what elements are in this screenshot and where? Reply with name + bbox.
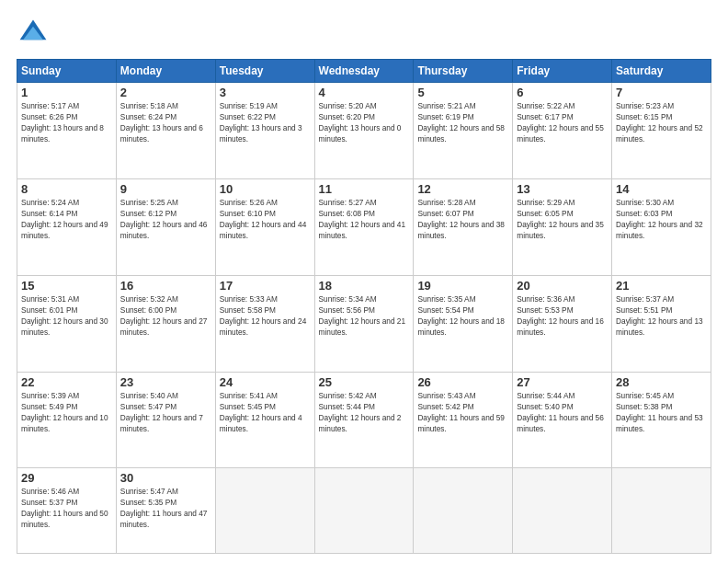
day-info: Sunrise: 5:24 AMSunset: 6:14 PMDaylight:… [21,198,108,240]
calendar-header-row: Sunday Monday Tuesday Wednesday Thursday… [17,60,711,83]
table-row: 19Sunrise: 5:35 AMSunset: 5:54 PMDayligh… [414,275,513,372]
day-info: Sunrise: 5:46 AMSunset: 5:37 PMDaylight:… [21,487,108,529]
day-number: 5 [417,86,508,99]
col-thursday: Thursday [414,60,513,83]
day-number: 3 [220,86,311,99]
page: Sunday Monday Tuesday Wednesday Thursday… [0,0,728,563]
table-row: 21Sunrise: 5:37 AMSunset: 5:51 PMDayligh… [612,275,711,372]
table-row: 14Sunrise: 5:30 AMSunset: 6:03 PMDayligh… [612,178,711,275]
day-number: 22 [21,375,112,389]
table-row: 28Sunrise: 5:45 AMSunset: 5:38 PMDayligh… [612,372,711,468]
day-number: 20 [517,279,608,293]
day-number: 21 [616,279,707,293]
day-info: Sunrise: 5:21 AMSunset: 6:19 PMDaylight:… [417,101,505,144]
table-row: 29Sunrise: 5:46 AMSunset: 5:37 PMDayligh… [17,468,117,554]
day-number: 25 [319,375,410,389]
day-number: 16 [120,279,211,293]
table-row: 18Sunrise: 5:34 AMSunset: 5:56 PMDayligh… [314,275,414,372]
table-row [414,468,513,554]
day-info: Sunrise: 5:32 AMSunset: 6:00 PMDaylight:… [120,294,208,337]
day-info: Sunrise: 5:30 AMSunset: 6:03 PMDaylight:… [616,198,703,240]
day-info: Sunrise: 5:29 AMSunset: 6:05 PMDaylight:… [517,198,604,240]
table-row: 13Sunrise: 5:29 AMSunset: 6:05 PMDayligh… [513,178,612,275]
day-number: 14 [616,182,707,196]
day-number: 11 [319,182,410,196]
day-info: Sunrise: 5:20 AMSunset: 6:20 PMDaylight:… [319,101,402,144]
table-row [215,468,314,554]
col-friday: Friday [513,60,612,83]
table-row: 26Sunrise: 5:43 AMSunset: 5:42 PMDayligh… [414,372,513,468]
col-sunday: Sunday [17,60,117,83]
table-row: 8Sunrise: 5:24 AMSunset: 6:14 PMDaylight… [17,178,117,275]
day-number: 7 [616,86,707,99]
table-row: 1Sunrise: 5:17 AMSunset: 6:26 PMDaylight… [17,83,117,179]
day-info: Sunrise: 5:28 AMSunset: 6:07 PMDaylight:… [417,198,505,240]
table-row: 11Sunrise: 5:27 AMSunset: 6:08 PMDayligh… [314,178,414,275]
day-number: 15 [21,279,112,293]
day-info: Sunrise: 5:17 AMSunset: 6:26 PMDaylight:… [21,101,104,144]
day-number: 30 [120,471,211,485]
day-number: 18 [319,279,410,293]
day-info: Sunrise: 5:45 AMSunset: 5:38 PMDaylight:… [616,391,703,433]
day-info: Sunrise: 5:39 AMSunset: 5:49 PMDaylight:… [21,391,108,433]
table-row: 15Sunrise: 5:31 AMSunset: 6:01 PMDayligh… [17,275,117,372]
table-row: 20Sunrise: 5:36 AMSunset: 5:53 PMDayligh… [513,275,612,372]
day-info: Sunrise: 5:18 AMSunset: 6:24 PMDaylight:… [120,101,203,144]
day-info: Sunrise: 5:34 AMSunset: 5:56 PMDaylight:… [319,294,406,337]
day-info: Sunrise: 5:19 AMSunset: 6:22 PMDaylight:… [220,101,302,144]
day-number: 8 [21,182,112,196]
table-row [314,468,414,554]
table-row: 27Sunrise: 5:44 AMSunset: 5:40 PMDayligh… [513,372,612,468]
table-row: 6Sunrise: 5:22 AMSunset: 6:17 PMDaylight… [513,83,612,179]
table-row: 9Sunrise: 5:25 AMSunset: 6:12 PMDaylight… [116,178,215,275]
col-monday: Monday [116,60,215,83]
col-saturday: Saturday [612,60,711,83]
table-row: 4Sunrise: 5:20 AMSunset: 6:20 PMDaylight… [314,83,414,179]
day-number: 9 [120,182,211,196]
day-info: Sunrise: 5:22 AMSunset: 6:17 PMDaylight:… [517,101,604,144]
day-info: Sunrise: 5:31 AMSunset: 6:01 PMDaylight:… [21,294,108,337]
table-row: 10Sunrise: 5:26 AMSunset: 6:10 PMDayligh… [215,178,314,275]
table-row: 24Sunrise: 5:41 AMSunset: 5:45 PMDayligh… [215,372,314,468]
day-number: 26 [417,375,508,389]
table-row: 12Sunrise: 5:28 AMSunset: 6:07 PMDayligh… [414,178,513,275]
day-info: Sunrise: 5:36 AMSunset: 5:53 PMDaylight:… [517,294,604,337]
day-number: 19 [417,279,508,293]
day-info: Sunrise: 5:42 AMSunset: 5:44 PMDaylight:… [319,391,402,433]
table-row: 23Sunrise: 5:40 AMSunset: 5:47 PMDayligh… [116,372,215,468]
day-info: Sunrise: 5:44 AMSunset: 5:40 PMDaylight:… [517,391,604,433]
day-info: Sunrise: 5:27 AMSunset: 6:08 PMDaylight:… [319,198,406,240]
day-number: 23 [120,375,211,389]
col-wednesday: Wednesday [314,60,414,83]
table-row [513,468,612,554]
day-number: 28 [616,375,707,389]
table-row: 25Sunrise: 5:42 AMSunset: 5:44 PMDayligh… [314,372,414,468]
day-number: 6 [517,86,608,99]
table-row: 5Sunrise: 5:21 AMSunset: 6:19 PMDaylight… [414,83,513,179]
calendar-table: Sunday Monday Tuesday Wednesday Thursday… [17,59,711,554]
day-info: Sunrise: 5:35 AMSunset: 5:54 PMDaylight:… [417,294,505,337]
day-info: Sunrise: 5:25 AMSunset: 6:12 PMDaylight:… [120,198,208,240]
day-info: Sunrise: 5:41 AMSunset: 5:45 PMDaylight:… [220,391,302,433]
table-row: 30Sunrise: 5:47 AMSunset: 5:35 PMDayligh… [116,468,215,554]
day-number: 10 [220,182,311,196]
logo-icon [17,17,50,50]
day-number: 17 [220,279,311,293]
day-number: 13 [517,182,608,196]
day-info: Sunrise: 5:47 AMSunset: 5:35 PMDaylight:… [120,487,208,529]
day-info: Sunrise: 5:37 AMSunset: 5:51 PMDaylight:… [616,294,703,337]
logo [17,17,55,50]
table-row: 3Sunrise: 5:19 AMSunset: 6:22 PMDaylight… [215,83,314,179]
col-tuesday: Tuesday [215,60,314,83]
table-row [612,468,711,554]
day-number: 29 [21,471,112,485]
table-row: 22Sunrise: 5:39 AMSunset: 5:49 PMDayligh… [17,372,117,468]
day-info: Sunrise: 5:26 AMSunset: 6:10 PMDaylight:… [220,198,307,240]
day-info: Sunrise: 5:33 AMSunset: 5:58 PMDaylight:… [220,294,307,337]
table-row: 2Sunrise: 5:18 AMSunset: 6:24 PMDaylight… [116,83,215,179]
day-number: 4 [319,86,410,99]
day-number: 27 [517,375,608,389]
table-row: 16Sunrise: 5:32 AMSunset: 6:00 PMDayligh… [116,275,215,372]
day-number: 2 [120,86,211,99]
day-number: 1 [21,86,112,99]
